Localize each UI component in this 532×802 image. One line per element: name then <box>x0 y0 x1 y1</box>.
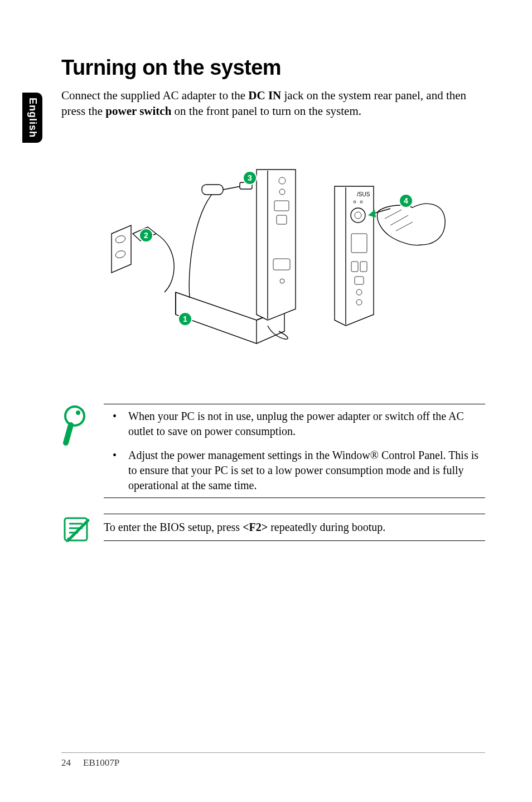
intro-bold-power: power switch <box>105 104 171 118</box>
svg-point-28 <box>65 407 84 426</box>
device-rear-icon <box>257 170 296 320</box>
svg-text:1: 1 <box>183 315 187 323</box>
bios-text-1: To enter the BIOS setup, press <box>104 521 243 533</box>
language-tab-label: English <box>27 98 38 138</box>
bios-note: To enter the BIOS setup, press <F2> repe… <box>61 514 485 547</box>
svg-rect-2 <box>202 185 223 195</box>
wall-outlet-icon <box>112 225 131 273</box>
page-footer: 24 EB1007P <box>61 752 485 769</box>
label-1: 1 <box>178 312 192 326</box>
page-title: Turning on the system <box>61 56 485 80</box>
label-4: 4 <box>399 194 413 207</box>
tip-note: When your PC is not in use, unplug the p… <box>61 404 485 498</box>
svg-text:4: 4 <box>404 196 408 205</box>
device-front-icon: /SUS <box>335 186 374 326</box>
bios-text-2: repeatedly during bootup. <box>268 521 385 533</box>
language-tab: English <box>22 93 42 143</box>
intro-text-1: Connect the supplied AC adapter to the <box>61 89 248 102</box>
plug-icon <box>133 227 174 292</box>
setup-diagram-svg: /SUS <box>100 147 446 370</box>
svg-text:2: 2 <box>144 231 148 240</box>
label-2: 2 <box>139 229 153 242</box>
page-number: 24 <box>61 757 71 769</box>
label-3: 3 <box>243 171 257 185</box>
main-content: Turning on the system Connect the suppli… <box>61 56 485 563</box>
svg-point-29 <box>76 410 80 415</box>
setup-diagram: /SUS <box>61 147 485 370</box>
model-name: EB1007P <box>83 757 119 769</box>
note-pencil-icon <box>61 514 93 547</box>
tip-bullet-2: Adjust the power management settings in … <box>118 443 485 497</box>
tip-bullet-1: When your PC is not in use, unplug the p… <box>118 404 485 443</box>
notes-section: When your PC is not in use, unplug the p… <box>61 404 485 547</box>
intro-text-3: on the front panel to turn on the system… <box>171 104 361 118</box>
magnifier-icon <box>61 404 93 451</box>
bios-key: <F2> <box>243 521 268 533</box>
brand-label: /SUS <box>357 191 370 197</box>
intro-paragraph: Connect the supplied AC adapter to the D… <box>61 88 485 119</box>
svg-text:3: 3 <box>248 173 252 182</box>
intro-bold-dcin: DC IN <box>248 89 281 102</box>
hand-icon <box>378 204 446 245</box>
